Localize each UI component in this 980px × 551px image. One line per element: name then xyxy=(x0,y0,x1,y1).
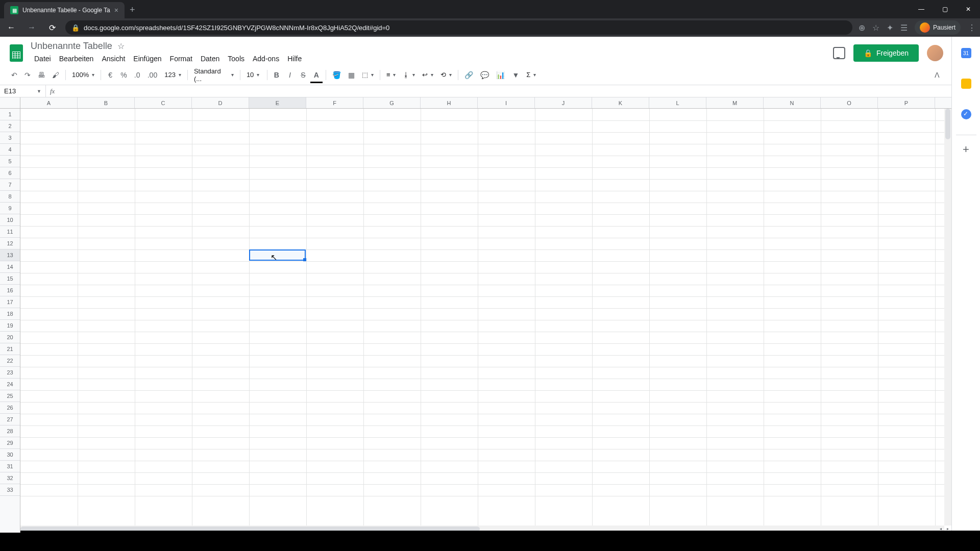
reload-icon[interactable]: ⟳ xyxy=(45,23,59,33)
font-select[interactable]: Standard (... xyxy=(191,65,237,85)
row-header[interactable]: 23 xyxy=(0,367,20,379)
row-header[interactable]: 25 xyxy=(0,390,20,402)
italic-icon[interactable]: I xyxy=(284,68,296,82)
minimize-icon[interactable]: — xyxy=(910,0,933,18)
menu-einfuegen[interactable]: Einfügen xyxy=(130,53,165,65)
row-header[interactable]: 31 xyxy=(0,461,20,472)
column-header[interactable]: J xyxy=(535,97,592,108)
close-window-icon[interactable]: ✕ xyxy=(957,0,980,18)
back-icon[interactable]: ← xyxy=(4,23,18,32)
star-icon[interactable]: ☆ xyxy=(117,41,125,51)
vertical-scrollbar[interactable] xyxy=(944,109,951,525)
column-header[interactable]: A xyxy=(20,97,78,108)
column-header[interactable]: I xyxy=(478,97,535,108)
row-header[interactable]: 9 xyxy=(0,203,20,214)
row-header[interactable]: 21 xyxy=(0,343,20,355)
share-button[interactable]: 🔒 Freigeben xyxy=(853,44,919,62)
select-all-corner[interactable] xyxy=(0,97,20,109)
menu-tools[interactable]: Tools xyxy=(224,53,248,65)
chrome-menu-icon[interactable]: ⋮ xyxy=(968,23,976,33)
address-bar[interactable]: 🔒 docs.google.com/spreadsheets/d/1SF42SZ… xyxy=(65,20,852,35)
row-header[interactable]: 33 xyxy=(0,484,20,496)
extensions-icon[interactable]: ✦ xyxy=(887,23,893,33)
forward-icon[interactable]: → xyxy=(24,23,39,32)
menu-ansicht[interactable]: Ansicht xyxy=(98,53,129,65)
calendar-icon[interactable]: 31 xyxy=(956,43,976,63)
column-header[interactable]: E xyxy=(249,97,306,108)
cells-area[interactable]: ↖ xyxy=(20,109,951,533)
row-header[interactable]: 10 xyxy=(0,214,20,226)
row-header[interactable]: 7 xyxy=(0,179,20,191)
insert-link-icon[interactable]: 🔗 xyxy=(461,68,476,82)
row-header[interactable]: 16 xyxy=(0,285,20,296)
row-header[interactable]: 32 xyxy=(0,472,20,484)
row-header[interactable]: 27 xyxy=(0,414,20,425)
browser-tab[interactable]: ▦ Unbenannte Tabelle - Google Ta × xyxy=(4,2,125,18)
add-addon-icon[interactable]: + xyxy=(956,135,976,155)
fill-color-icon[interactable]: 🪣 xyxy=(329,68,344,82)
row-header[interactable]: 22 xyxy=(0,355,20,367)
row-header[interactable]: 4 xyxy=(0,144,20,156)
column-header[interactable]: P xyxy=(878,97,935,108)
text-color-icon[interactable]: A xyxy=(310,68,323,82)
sheets-home-button[interactable] xyxy=(6,43,27,63)
v-align-icon[interactable]: ⭳ xyxy=(400,69,418,81)
percent-button[interactable]: % xyxy=(117,68,130,82)
filter-icon[interactable]: ▼ xyxy=(509,68,522,82)
row-header[interactable]: 28 xyxy=(0,425,20,437)
insert-chart-icon[interactable]: 📊 xyxy=(493,68,508,82)
column-headers[interactable]: ABCDEFGHIJKLMNOP xyxy=(20,97,951,109)
row-header[interactable]: 26 xyxy=(0,402,20,414)
close-tab-icon[interactable]: × xyxy=(114,6,118,14)
row-header[interactable]: 11 xyxy=(0,226,20,238)
decrease-decimal-button[interactable]: .0 xyxy=(131,68,143,82)
comments-icon[interactable] xyxy=(833,47,845,59)
row-header[interactable]: 1 xyxy=(0,109,20,120)
row-header[interactable]: 20 xyxy=(0,332,20,343)
increase-decimal-button[interactable]: .00 xyxy=(144,68,160,82)
functions-icon[interactable]: Σ xyxy=(523,69,539,81)
menu-bearbeiten[interactable]: Bearbeiten xyxy=(56,53,97,65)
strikethrough-icon[interactable]: S xyxy=(297,68,309,82)
menu-addons[interactable]: Add-ons xyxy=(249,53,283,65)
bold-icon[interactable]: B xyxy=(271,68,283,82)
text-rotation-icon[interactable]: ⟲ xyxy=(437,69,455,81)
column-header[interactable]: F xyxy=(306,97,363,108)
formula-input[interactable] xyxy=(59,85,951,97)
h-align-icon[interactable]: ≡ xyxy=(383,69,399,81)
account-avatar[interactable] xyxy=(927,45,943,61)
document-title[interactable]: Unbenannte Tabelle xyxy=(31,41,112,52)
row-header[interactable]: 13 xyxy=(0,249,20,261)
column-header[interactable]: K xyxy=(592,97,649,108)
redo-icon[interactable]: ↷ xyxy=(21,68,34,82)
row-header[interactable]: 14 xyxy=(0,261,20,273)
font-size-select[interactable]: 10 xyxy=(243,69,264,81)
row-header[interactable]: 15 xyxy=(0,273,20,285)
keep-icon[interactable] xyxy=(956,73,976,94)
row-headers[interactable]: 1234567891011121314151617181920212223242… xyxy=(0,109,20,533)
row-header[interactable]: 24 xyxy=(0,379,20,390)
row-header[interactable]: 5 xyxy=(0,156,20,167)
windows-taskbar[interactable] xyxy=(0,531,980,551)
name-box[interactable]: E13 ▼ xyxy=(0,85,46,97)
borders-icon[interactable]: ▦ xyxy=(345,68,358,82)
row-header[interactable]: 12 xyxy=(0,238,20,249)
row-header[interactable]: 29 xyxy=(0,437,20,449)
column-header[interactable]: N xyxy=(764,97,821,108)
row-header[interactable]: 17 xyxy=(0,296,20,308)
bookmark-star-icon[interactable]: ☆ xyxy=(872,23,879,33)
profile-chip[interactable]: Pausiert xyxy=(915,20,961,35)
cell-selection[interactable] xyxy=(249,249,306,261)
fill-handle[interactable] xyxy=(303,258,306,261)
merge-cells-icon[interactable]: ⬚ xyxy=(359,69,377,81)
currency-button[interactable]: € xyxy=(104,68,116,82)
zoom-select[interactable]: 100% xyxy=(69,69,97,81)
menu-format[interactable]: Format xyxy=(166,53,196,65)
print-icon[interactable]: 🖶 xyxy=(35,68,48,82)
column-header[interactable]: D xyxy=(192,97,249,108)
insert-comment-icon[interactable]: 💬 xyxy=(477,68,492,82)
spreadsheet-grid[interactable]: ABCDEFGHIJKLMNOP 12345678910111213141516… xyxy=(0,97,951,533)
column-header[interactable]: L xyxy=(649,97,706,108)
row-header[interactable]: 8 xyxy=(0,191,20,203)
text-wrap-icon[interactable]: ↩ xyxy=(419,69,436,81)
